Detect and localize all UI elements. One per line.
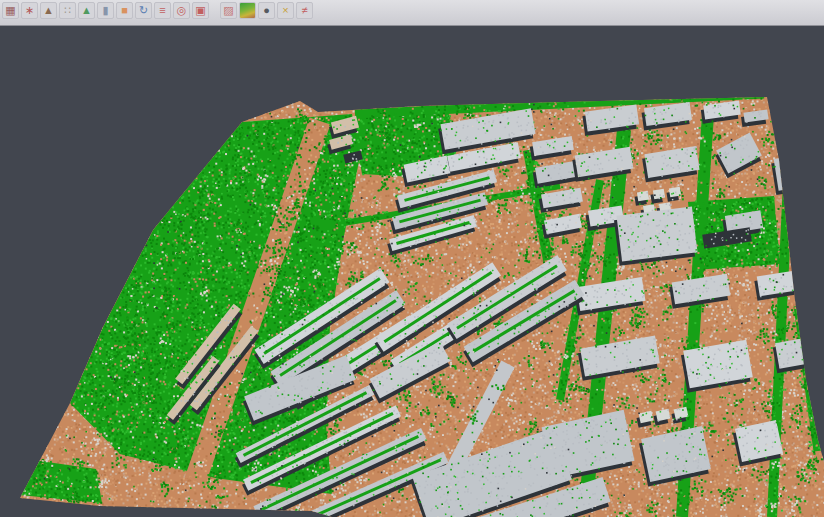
toolbar-red-list-icon[interactable]: ≡ [154, 2, 171, 19]
toolbar-brown-terrain-icon[interactable]: ▲ [40, 2, 57, 19]
toolbar-yellow-cross-icon[interactable]: × [277, 2, 294, 19]
main-toolbar: ▦∗▲∷▲▮■↻≡◎▣▨●×≠ [0, 0, 824, 26]
toolbar-red-checker-icon[interactable]: ▨ [220, 2, 237, 19]
toolbar-separator [211, 2, 218, 19]
toolbar-red-rows-icon[interactable]: ≠ [296, 2, 313, 19]
toolbar-dark-sphere-icon[interactable]: ● [258, 2, 275, 19]
toolbar-green-terrain-icon[interactable]: ▲ [78, 2, 95, 19]
toolbar-red-frame-icon[interactable]: ▣ [192, 2, 209, 19]
toolbar-red-grid-icon[interactable]: ▦ [2, 2, 19, 19]
toolbar-scatter-points-icon[interactable]: ∗ [21, 2, 38, 19]
toolbar-colormap-icon[interactable] [239, 2, 256, 19]
point-cloud-canvas[interactable] [0, 26, 824, 517]
toolbar-blue-orbit-icon[interactable]: ↻ [135, 2, 152, 19]
toolbar-blue-panel-icon[interactable]: ▮ [97, 2, 114, 19]
toolbar-gray-dots-icon[interactable]: ∷ [59, 2, 76, 19]
application-window: ▦∗▲∷▲▮■↻≡◎▣▨●×≠ [0, 0, 824, 517]
toolbar-orange-tile-icon[interactable]: ■ [116, 2, 133, 19]
toolbar-red-target-icon[interactable]: ◎ [173, 2, 190, 19]
3d-viewport [0, 26, 824, 517]
